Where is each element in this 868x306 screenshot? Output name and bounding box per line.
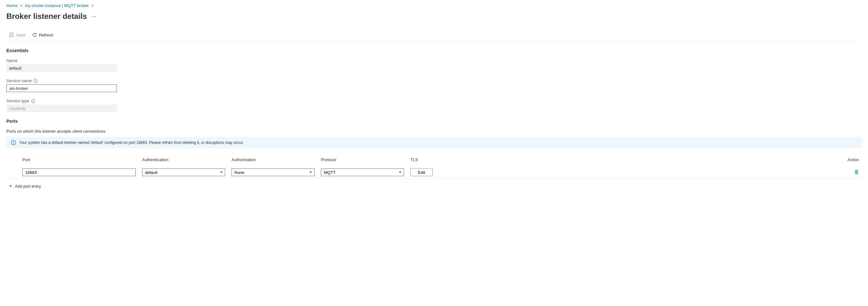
ports-table: Port Authentication Authorization Protoc… xyxy=(6,157,862,178)
ports-table-header: Port Authentication Authorization Protoc… xyxy=(6,157,862,167)
col-header-tls: TLS xyxy=(410,157,484,162)
ports-description: Ports on which this listener accepts cli… xyxy=(6,129,862,134)
service-type-label: Service type i xyxy=(6,99,862,103)
essentials-section: Essentials Name Service name i Service t… xyxy=(6,48,862,112)
add-port-button[interactable]: + Add port entry xyxy=(6,178,43,194)
page-title-row: Broker listener details ⋯ xyxy=(6,12,862,21)
name-group: Name xyxy=(6,58,862,72)
service-type-field xyxy=(6,105,117,112)
name-label: Name xyxy=(6,58,862,63)
authentication-select[interactable]: default xyxy=(142,168,225,176)
info-icon[interactable]: i xyxy=(34,79,37,83)
toolbar: Save Refresh xyxy=(9,30,862,40)
svg-rect-2 xyxy=(10,35,13,37)
service-name-field[interactable] xyxy=(6,84,117,92)
svg-rect-1 xyxy=(10,33,12,34)
delete-icon[interactable] xyxy=(854,169,859,174)
info-icon[interactable]: i xyxy=(31,99,35,103)
authorization-select[interactable]: None xyxy=(231,168,315,176)
essentials-heading: Essentials xyxy=(6,48,862,53)
info-banner: Your system has a default listener named… xyxy=(6,137,862,148)
col-header-authorization: Authorization xyxy=(231,157,321,162)
table-row: default None MQTT Edit xyxy=(6,167,862,178)
more-actions-icon[interactable]: ⋯ xyxy=(91,13,96,20)
ports-heading: Ports xyxy=(6,119,862,124)
save-label: Save xyxy=(16,33,26,37)
breadcrumb-home[interactable]: Home xyxy=(6,3,18,8)
svg-point-4 xyxy=(13,141,14,142)
port-input[interactable] xyxy=(22,168,136,176)
breadcrumb: Home > my-cluster-instance | MQTT broker… xyxy=(6,3,862,8)
refresh-label: Refresh xyxy=(39,33,54,37)
col-header-action: Action xyxy=(484,157,862,162)
col-header-authentication: Authentication xyxy=(142,157,231,162)
chevron-right-icon: > xyxy=(20,3,22,8)
info-banner-text: Your system has a default listener named… xyxy=(19,140,244,145)
service-type-group: Service type i xyxy=(6,99,862,112)
chevron-right-icon: > xyxy=(91,3,94,8)
name-field xyxy=(6,64,117,72)
page-title: Broker listener details xyxy=(6,12,87,21)
col-header-port: Port xyxy=(22,157,142,162)
ports-section: Ports Ports on which this listener accep… xyxy=(6,119,862,194)
refresh-icon xyxy=(32,32,37,37)
protocol-select[interactable]: MQTT xyxy=(321,168,404,176)
info-icon xyxy=(11,140,16,145)
refresh-button[interactable]: Refresh xyxy=(32,32,54,37)
svg-rect-5 xyxy=(13,142,13,144)
save-icon xyxy=(9,32,14,37)
service-name-group: Service name i xyxy=(6,78,862,92)
add-port-label: Add port entry xyxy=(15,184,41,189)
save-button[interactable]: Save xyxy=(9,32,26,37)
breadcrumb-cluster[interactable]: my-cluster-instance | MQTT broker xyxy=(25,3,89,8)
plus-icon: + xyxy=(9,183,12,190)
tls-edit-button[interactable]: Edit xyxy=(410,168,433,176)
col-header-protocol: Protocol xyxy=(321,157,410,162)
service-name-label: Service name i xyxy=(6,78,862,83)
